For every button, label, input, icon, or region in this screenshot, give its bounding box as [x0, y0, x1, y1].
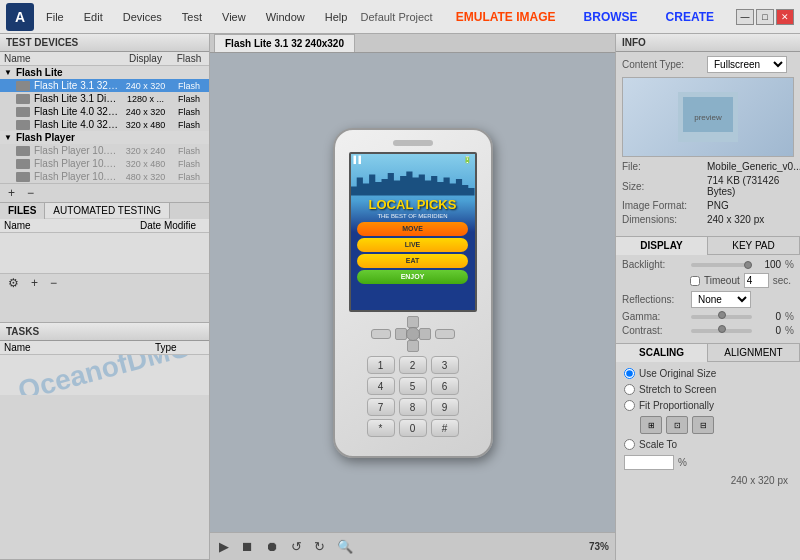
- create-button[interactable]: CREATE: [652, 8, 728, 26]
- flash-lite-group-header[interactable]: ▼ Flash Lite: [0, 66, 209, 79]
- browse-button[interactable]: BROWSE: [570, 8, 652, 26]
- maximize-button[interactable]: □: [756, 9, 774, 25]
- zoom-out-button[interactable]: 🔍: [334, 538, 356, 555]
- numpad-key-2[interactable]: 2: [399, 356, 427, 374]
- scaling-tabs: SCALING ALIGNMENT: [616, 344, 800, 362]
- remove-device-button[interactable]: −: [23, 186, 38, 200]
- radio-fit-label: Fit Proportionally: [639, 400, 714, 411]
- device-name: Flash Lite 3.1 Digit...: [34, 93, 118, 104]
- backlight-slider[interactable]: [691, 263, 752, 267]
- add-device-button[interactable]: +: [4, 186, 19, 200]
- timeout-input[interactable]: [744, 273, 769, 288]
- device-item-fp1[interactable]: Flash Player 10.1 3... 320 x 240 Flash: [0, 144, 209, 157]
- tab-automated-testing[interactable]: AUTOMATED TESTING: [45, 203, 170, 219]
- content-type-select[interactable]: Fullscreen: [707, 56, 787, 73]
- info-content: Content Type: Fullscreen preview File: M…: [616, 52, 800, 232]
- device-icon: [16, 159, 30, 169]
- col-flash-header: Flash: [173, 53, 205, 64]
- menu-window[interactable]: Window: [262, 9, 309, 25]
- backlight-label: Backlight:: [622, 259, 687, 270]
- device-item-fl4[interactable]: Flash Lite 4.0 32 32... 320 x 480 Flash: [0, 118, 209, 131]
- device-name: Flash Lite 4.0 32 24...: [34, 106, 118, 117]
- device-icon: [16, 107, 30, 117]
- forward-button[interactable]: ↻: [311, 538, 328, 555]
- numpad-key-star[interactable]: *: [367, 419, 395, 437]
- scale-to-input[interactable]: [624, 455, 674, 470]
- phone-soft-left[interactable]: [371, 329, 391, 339]
- numpad-key-5[interactable]: 5: [399, 377, 427, 395]
- menu-edit[interactable]: Edit: [80, 9, 107, 25]
- numpad-key-3[interactable]: 3: [431, 356, 459, 374]
- test-devices-section: TEST DEVICES Name Display Flash ▼ Flash …: [0, 34, 209, 203]
- emulate-image-button[interactable]: EMULATE IMAGE: [442, 8, 570, 26]
- files-add-button[interactable]: +: [27, 276, 42, 290]
- contrast-slider[interactable]: [691, 329, 752, 333]
- scale-icon-1[interactable]: ⊞: [640, 416, 662, 434]
- btn-enjoy: ENJOY: [357, 270, 469, 284]
- stop-button[interactable]: ⏹: [238, 538, 257, 555]
- rewind-button[interactable]: ↺: [288, 538, 305, 555]
- numpad-key-6[interactable]: 6: [431, 377, 459, 395]
- record-button[interactable]: ⏺: [263, 538, 282, 555]
- watermark-text: OceanofDMG: [15, 355, 195, 395]
- menu-help[interactable]: Help: [321, 9, 352, 25]
- menu-file[interactable]: File: [42, 9, 68, 25]
- menu-view[interactable]: View: [218, 9, 250, 25]
- files-settings-button[interactable]: ⚙: [4, 276, 23, 290]
- phone-soft-right[interactable]: [435, 329, 455, 339]
- gamma-unit: %: [785, 311, 794, 322]
- content-type-label: Content Type:: [622, 59, 707, 70]
- tab-scaling[interactable]: SCALING: [616, 344, 708, 362]
- menu-devices[interactable]: Devices: [119, 9, 166, 25]
- content-type-row: Content Type: Fullscreen: [622, 56, 794, 73]
- radio-scale-to-label: Scale To: [639, 439, 677, 450]
- play-button[interactable]: ▶: [216, 538, 232, 555]
- flash-player-group-header[interactable]: ▼ Flash Player: [0, 131, 209, 144]
- device-item-fl1[interactable]: Flash Lite 3.1 32 240... 240 x 320 Flash: [0, 79, 209, 92]
- tab-alignment[interactable]: ALIGNMENT: [708, 344, 800, 362]
- radio-fit[interactable]: [624, 400, 635, 411]
- radio-scale-to[interactable]: [624, 439, 635, 450]
- scale-icon-2[interactable]: ⊡: [666, 416, 688, 434]
- numpad-key-4[interactable]: 4: [367, 377, 395, 395]
- numpad-key-9[interactable]: 9: [431, 398, 459, 416]
- dpad-down[interactable]: [407, 340, 419, 352]
- radio-original[interactable]: [624, 368, 635, 379]
- center-tab-main[interactable]: Flash Lite 3.1 32 240x320: [214, 34, 355, 52]
- scale-icon-3[interactable]: ⊟: [692, 416, 714, 434]
- numpad-key-8[interactable]: 8: [399, 398, 427, 416]
- phone-dpad[interactable]: [395, 316, 431, 352]
- timeout-checkbox[interactable]: [690, 276, 700, 286]
- dpad-right[interactable]: [419, 328, 431, 340]
- radio-stretch[interactable]: [624, 384, 635, 395]
- numpad-key-7[interactable]: 7: [367, 398, 395, 416]
- timeout-label: Timeout: [704, 275, 740, 286]
- close-button[interactable]: ✕: [776, 9, 794, 25]
- gamma-slider[interactable]: [691, 315, 752, 319]
- center-content: ▌▌ 🔋 LOCAL PICKS THE BEST OF MERIDIEN MO…: [210, 53, 615, 532]
- menu-test[interactable]: Test: [178, 9, 206, 25]
- dpad-center[interactable]: [406, 327, 420, 341]
- minimize-button[interactable]: —: [736, 9, 754, 25]
- numpad-key-0[interactable]: 0: [399, 419, 427, 437]
- window-controls: — □ ✕: [736, 9, 794, 25]
- device-display: 1280 x ...: [118, 94, 173, 104]
- info-header: INFO: [616, 34, 800, 52]
- device-item-fl3[interactable]: Flash Lite 4.0 32 24... 240 x 320 Flash: [0, 105, 209, 118]
- reflections-select[interactable]: None: [691, 291, 751, 308]
- tab-keypad[interactable]: KEY PAD: [708, 237, 800, 255]
- tab-files[interactable]: FILES: [0, 203, 45, 219]
- files-remove-button[interactable]: −: [46, 276, 61, 290]
- display-section: DISPLAY KEY PAD Backlight: 100 % Timeout…: [616, 237, 800, 344]
- device-item-fl2[interactable]: Flash Lite 3.1 Digit... 1280 x ... Flash: [0, 92, 209, 105]
- numpad-key-1[interactable]: 1: [367, 356, 395, 374]
- device-display: 320 x 480: [118, 159, 173, 169]
- scaling-content: Use Original Size Stretch to Screen Fit …: [616, 362, 800, 492]
- contrast-row: Contrast: 0 %: [622, 325, 794, 336]
- device-item-fp2[interactable]: Flash Player 10.1 3... 320 x 480 Flash: [0, 157, 209, 170]
- numpad-key-hash[interactable]: #: [431, 419, 459, 437]
- gamma-value: 0: [756, 311, 781, 322]
- flash-player-label: Flash Player: [16, 132, 75, 143]
- device-item-fp3[interactable]: Flash Player 10.1 3... 480 x 320 Flash: [0, 170, 209, 183]
- tab-display[interactable]: DISPLAY: [616, 237, 708, 255]
